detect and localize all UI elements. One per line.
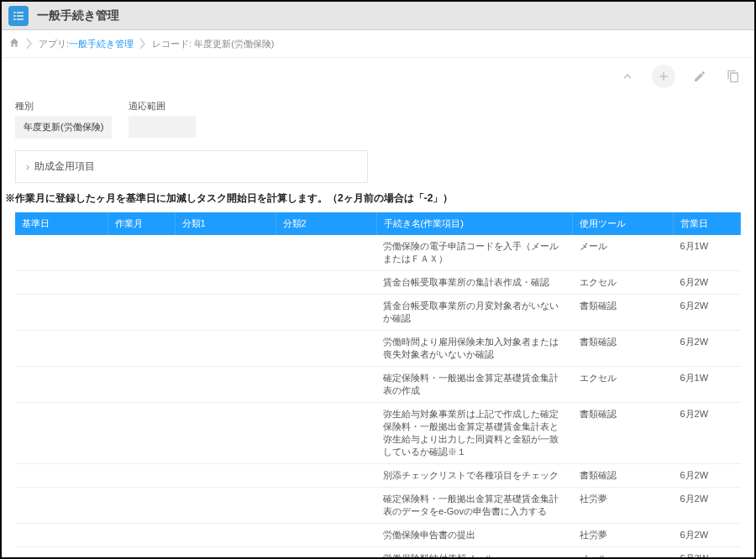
cell-biz-day: 6月3W: [674, 547, 741, 560]
table-row[interactable]: 弥生給与対象事業所は上記で作成した確定保険料・一般拠出金算定基礎賃金集計表と弥生…: [15, 403, 741, 464]
svg-rect-3: [17, 15, 24, 16]
section-subsidy[interactable]: › 助成金用項目: [15, 150, 368, 183]
svg-rect-4: [13, 18, 16, 19]
field-type-value: 年度更新(労働保険): [15, 116, 112, 138]
cell-class1: [175, 235, 276, 271]
cell-base-date: [15, 271, 108, 295]
task-table: 基準日 作業月 分類1 分類2 手続き名(作業項目) 使用ツール 営業日 労働保…: [15, 212, 741, 559]
cell-task-name: 確定保険料・一般拠出金算定基礎賃金集計表の作成: [376, 367, 573, 403]
cell-tool: 書類確認: [573, 403, 674, 464]
collapse-up-icon[interactable]: [618, 67, 637, 86]
breadcrumb-sep: [24, 35, 35, 52]
edit-button[interactable]: [690, 67, 709, 86]
table-row[interactable]: 賃金台帳受取事業所の月変対象者がいないか確認書類確認6月2W: [15, 295, 741, 331]
field-row: 種別 年度更新(労働保険) 適応範囲: [15, 100, 741, 138]
table-row[interactable]: 別添チェックリストで各種項目をチェック書類確認6月2W: [15, 464, 741, 488]
cell-tool: メール: [573, 235, 674, 271]
cell-biz-day: 6月2W: [674, 464, 741, 488]
cell-tool: 書類確認: [573, 295, 674, 331]
home-icon[interactable]: [8, 37, 20, 50]
cell-biz-day: 6月2W: [674, 488, 741, 524]
toolbar: [2, 58, 754, 91]
table-row[interactable]: 労働保険料納付依頼メールメール6月3W: [15, 547, 741, 560]
field-scope: 適応範囲: [129, 100, 196, 138]
section-subsidy-label: 助成金用項目: [34, 159, 95, 174]
cell-biz-day: 6月1W: [674, 367, 741, 403]
table-row[interactable]: 確定保険料・一般拠出金算定基礎賃金集計表の作成エクセル6月1W: [15, 367, 741, 403]
cell-base-date: [15, 403, 108, 464]
cell-base-date: [15, 488, 108, 524]
svg-rect-5: [17, 18, 24, 19]
cell-class1: [175, 403, 276, 464]
add-button[interactable]: [652, 65, 675, 88]
cell-task-name: 賃金台帳受取事業所の集計表作成・確認: [376, 271, 573, 295]
cell-base-date: [15, 524, 108, 547]
page-title: 一般手続き管理: [37, 8, 119, 24]
cell-biz-day: 6月2W: [674, 295, 741, 331]
cell-tool: 社労夢: [573, 524, 674, 547]
th-task-name: 手続き名(作業項目): [376, 212, 573, 235]
th-work-month: 作業月: [108, 212, 175, 235]
copy-button[interactable]: [724, 67, 743, 86]
cell-work-month: [108, 295, 175, 331]
cell-work-month: [108, 547, 175, 560]
cell-base-date: [15, 295, 108, 331]
cell-tool: エクセル: [573, 271, 674, 295]
cell-class1: [175, 367, 276, 403]
cell-base-date: [15, 235, 108, 271]
titlebar: 一般手続き管理: [2, 2, 754, 30]
table-row[interactable]: 労働時間より雇用保険未加入対象者または喪失対象者がいないか確認書類確認6月2W: [15, 331, 741, 367]
cell-task-name: 賃金台帳受取事業所の月変対象者がいないか確認: [376, 295, 573, 331]
table-row[interactable]: 確定保険料・一般拠出金算定基礎賃金集計表のデータをe-Govの申告書に入力する社…: [15, 488, 741, 524]
cell-class1: [175, 331, 276, 367]
field-scope-value: [129, 116, 196, 138]
table-row[interactable]: 賃金台帳受取事業所の集計表作成・確認エクセル6月2W: [15, 271, 741, 295]
cell-task-name: 確定保険料・一般拠出金算定基礎賃金集計表のデータをe-Govの申告書に入力する: [376, 488, 573, 524]
cell-tool: メール: [573, 547, 674, 560]
cell-class2: [276, 235, 376, 271]
cell-class2: [276, 524, 376, 547]
svg-rect-0: [13, 12, 16, 13]
cell-tool: 書類確認: [573, 331, 674, 367]
cell-work-month: [108, 403, 175, 464]
cell-work-month: [108, 235, 175, 271]
cell-class2: [276, 367, 376, 403]
app-icon[interactable]: [8, 6, 29, 26]
cell-tool: エクセル: [573, 367, 674, 403]
cell-class2: [276, 271, 376, 295]
cell-class1: [175, 547, 276, 560]
table-row[interactable]: 労働保険の電子申請コードを入手（メールまたはＦＡＸ）メール6月1W: [15, 235, 741, 271]
th-class1: 分類1: [175, 212, 276, 235]
cell-work-month: [108, 367, 175, 403]
cell-class2: [276, 403, 376, 464]
cell-biz-day: 6月2W: [674, 524, 741, 547]
cell-class2: [276, 488, 376, 524]
cell-class1: [175, 271, 276, 295]
th-base-date: 基準日: [15, 212, 108, 235]
breadcrumb-app-link[interactable]: 一般手続き管理: [69, 38, 134, 50]
cell-task-name: 労働保険申告書の提出: [376, 524, 573, 547]
cell-base-date: [15, 367, 108, 403]
field-type-label: 種別: [15, 100, 112, 112]
content: 種別 年度更新(労働保険) 適応範囲 › 助成金用項目 ※作業月に登録したヶ月を…: [2, 91, 754, 559]
list-icon: [12, 9, 25, 23]
cell-class1: [175, 295, 276, 331]
cell-work-month: [108, 524, 175, 547]
table-row[interactable]: 労働保険申告書の提出社労夢6月2W: [15, 524, 741, 547]
cell-class2: [276, 331, 376, 367]
field-scope-label: 適応範囲: [129, 100, 196, 112]
breadcrumb-record: レコード: 年度更新(労働保険): [152, 38, 274, 50]
svg-rect-2: [13, 15, 16, 16]
th-class2: 分類2: [276, 212, 376, 235]
cell-work-month: [108, 464, 175, 488]
field-type: 種別 年度更新(労働保険): [15, 100, 112, 138]
cell-class1: [175, 488, 276, 524]
th-biz-day: 営業日: [674, 212, 741, 235]
cell-work-month: [108, 271, 175, 295]
cell-biz-day: 6月2W: [674, 271, 741, 295]
cell-biz-day: 6月2W: [674, 403, 741, 464]
cell-class1: [175, 464, 276, 488]
cell-biz-day: 6月1W: [674, 235, 741, 271]
svg-rect-1: [17, 12, 24, 13]
breadcrumb-app-label: アプリ:: [39, 38, 69, 50]
